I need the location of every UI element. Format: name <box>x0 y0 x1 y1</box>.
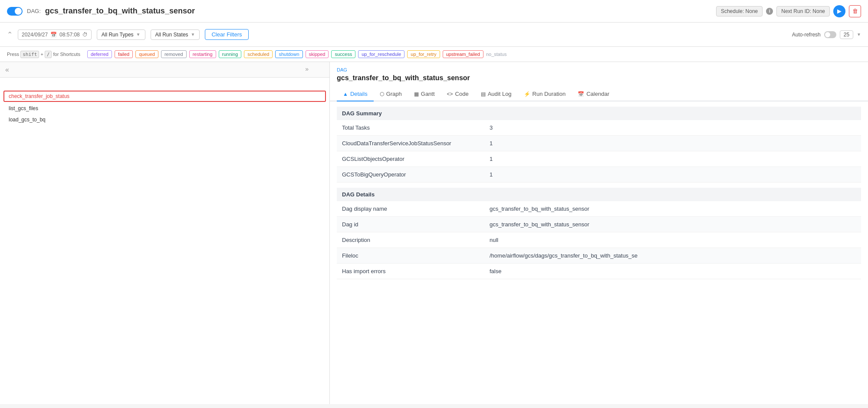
summary-value-gcs-list: 1 <box>484 151 861 167</box>
auto-refresh-control: Auto-refresh 25 ▼ <box>792 30 861 39</box>
task-list: check_transfer_job_status list_gcs_files… <box>0 86 329 129</box>
details-content: DAG Summary Total Tasks 3 CloudDataTrans… <box>330 101 868 284</box>
left-panel-header: « <box>0 62 329 78</box>
table-row: Description null <box>337 232 861 248</box>
schedule-badge: Schedule: None <box>716 6 763 16</box>
tab-audit-log[interactable]: ▤ Audit Log <box>475 87 518 101</box>
status-pill-running[interactable]: running <box>219 50 242 58</box>
status-pill-removed[interactable]: removed <box>161 50 187 58</box>
clear-filters-button[interactable]: Clear Filters <box>205 29 248 40</box>
table-row: Total Tasks 3 <box>337 120 861 136</box>
table-row: Dag id gcs_transfer_to_bq_with_status_se… <box>337 217 861 232</box>
shortcut-slash: / <box>45 51 52 58</box>
date-input[interactable]: 2024/09/27 📅 08:57:08 ⏱ <box>18 29 92 40</box>
shortcut-key: shift <box>20 51 39 58</box>
detail-label-dag-id: Dag id <box>337 217 484 232</box>
detail-label-description: Description <box>337 232 484 248</box>
dag-breadcrumb: DAG <box>330 62 868 72</box>
tab-gantt[interactable]: ▦ Gantt <box>408 87 441 101</box>
table-row: Dag display name gcs_transfer_to_bq_with… <box>337 201 861 217</box>
graph-icon: ⬡ <box>380 91 384 97</box>
run-states-arrow-icon: ▼ <box>191 32 195 37</box>
tab-details[interactable]: ▲ Details <box>337 87 374 101</box>
filter-bar: ⌃ 2024/09/27 📅 08:57:08 ⏱ All Run Types … <box>0 23 868 47</box>
detail-value-display-name: gcs_transfer_to_bq_with_status_sensor <box>484 201 861 217</box>
status-pill-up-for-reschedule[interactable]: up_for_reschedule <box>358 50 404 58</box>
status-pill-restarting[interactable]: restarting <box>189 50 216 58</box>
tab-run-duration[interactable]: ⚡ Run Duration <box>518 87 572 101</box>
code-icon: <> <box>447 91 453 97</box>
gantt-icon: ▦ <box>414 91 419 97</box>
summary-label-cloud-sensor: CloudDataTransferServiceJobStatusSensor <box>337 136 484 151</box>
time-value: 08:57:08 <box>59 32 80 38</box>
task-item-check-transfer-job-status[interactable]: check_transfer_job_status <box>3 91 326 102</box>
trigger-dag-button[interactable]: ▶ <box>833 5 845 17</box>
calendar-tab-icon: 📅 <box>578 91 584 97</box>
task-item-load-gcs-to-bq[interactable]: load_gcs_to_bq <box>0 114 329 125</box>
summary-label-gcs-bq: GCSToBigQueryOperator <box>337 167 484 183</box>
detail-value-dag-id: gcs_transfer_to_bq_with_status_sensor <box>484 217 861 232</box>
tab-graph[interactable]: ⬡ Graph <box>374 87 408 101</box>
status-bar: Press shift + / for Shortcuts deferred f… <box>0 47 868 62</box>
detail-value-import-errors: false <box>484 264 861 279</box>
dag-name: gcs_transfer_to_bq_with_status_sensor <box>45 7 195 16</box>
main-content: « check_transfer_job_status list_gcs_fil… <box>0 62 868 404</box>
dag-toggle[interactable] <box>7 7 23 16</box>
dag-title: gcs_transfer_to_bq_with_status_sensor <box>330 72 868 87</box>
status-pill-deferred[interactable]: deferred <box>87 50 112 58</box>
auto-refresh-toggle[interactable] <box>824 31 836 38</box>
status-pill-queued[interactable]: queued <box>135 50 158 58</box>
run-types-arrow-icon: ▼ <box>136 32 141 37</box>
table-row: CloudDataTransferServiceJobStatusSensor … <box>337 136 861 151</box>
next-run-badge: Next Run ID: None <box>776 6 830 16</box>
status-pill-failed[interactable]: failed <box>115 50 133 58</box>
auto-refresh-label: Auto-refresh <box>792 32 821 38</box>
status-pill-no-status[interactable]: no_status <box>486 52 507 57</box>
dag-details-section: DAG Details Dag display name gcs_transfe… <box>337 188 861 279</box>
header-left: DAG: gcs_transfer_to_bq_with_status_sens… <box>7 7 195 16</box>
header-right: Schedule: None i Next Run ID: None ▶ 🗑 <box>716 5 861 17</box>
summary-label-gcs-list: GCSListObjectsOperator <box>337 151 484 167</box>
table-row: GCSListObjectsOperator 1 <box>337 151 861 167</box>
run-types-dropdown[interactable]: All Run Types ▼ <box>97 29 145 40</box>
tab-code[interactable]: <> Code <box>441 87 475 101</box>
status-pill-up-for-retry[interactable]: up_for_retry <box>407 50 440 58</box>
table-row: GCSToBigQueryOperator 1 <box>337 167 861 183</box>
info-icon[interactable]: i <box>766 8 773 15</box>
dag-summary-header: DAG Summary <box>337 107 861 120</box>
status-pill-upstream-failed[interactable]: upstream_failed <box>443 50 483 58</box>
tabs: ▲ Details ⬡ Graph ▦ Gantt <> Code ▤ Audi… <box>330 87 868 101</box>
refresh-count: 25 <box>840 30 853 39</box>
dag-details-table: Dag display name gcs_transfer_to_bq_with… <box>337 201 861 279</box>
dag-label: DAG: <box>27 8 41 14</box>
audit-log-icon: ▤ <box>481 91 486 97</box>
top-header: DAG: gcs_transfer_to_bq_with_status_sens… <box>0 0 868 23</box>
status-pill-success[interactable]: success <box>331 50 355 58</box>
right-panel: DAG gcs_transfer_to_bq_with_status_senso… <box>330 62 868 404</box>
table-row: Fileloc /home/airflow/gcs/dags/gcs_trans… <box>337 248 861 264</box>
detail-label-import-errors: Has import errors <box>337 264 484 279</box>
filter-collapse-icon[interactable]: ⌃ <box>7 30 13 39</box>
status-pill-scheduled[interactable]: scheduled <box>244 50 273 58</box>
status-pill-skipped[interactable]: skipped <box>306 50 329 58</box>
run-types-label: All Run Types <box>102 32 134 38</box>
shortcut-hint: Press shift + / for Shortcuts <box>7 52 80 57</box>
calendar-icon: 📅 <box>50 32 57 38</box>
detail-value-description: null <box>484 232 861 248</box>
tab-calendar[interactable]: 📅 Calendar <box>572 87 615 101</box>
status-pill-shutdown[interactable]: shutdown <box>275 50 302 58</box>
run-duration-icon: ⚡ <box>524 91 530 97</box>
run-states-dropdown[interactable]: All Run States ▼ <box>151 29 200 40</box>
right-collapse-icon[interactable]: » <box>305 65 309 72</box>
delete-dag-button[interactable]: 🗑 <box>849 5 861 17</box>
details-icon: ▲ <box>343 91 348 97</box>
task-item-list-gcs-files[interactable]: list_gcs_files <box>0 103 329 114</box>
detail-label-fileloc: Fileloc <box>337 248 484 264</box>
date-value: 2024/09/27 <box>22 32 48 38</box>
refresh-count-arrow-icon[interactable]: ▼ <box>857 32 861 37</box>
dag-details-header: DAG Details <box>337 188 861 201</box>
left-expand-icon[interactable]: « <box>5 66 9 74</box>
dag-summary-table: Total Tasks 3 CloudDataTransferServiceJo… <box>337 120 861 183</box>
summary-value-total-tasks: 3 <box>484 120 861 136</box>
detail-label-display-name: Dag display name <box>337 201 484 217</box>
